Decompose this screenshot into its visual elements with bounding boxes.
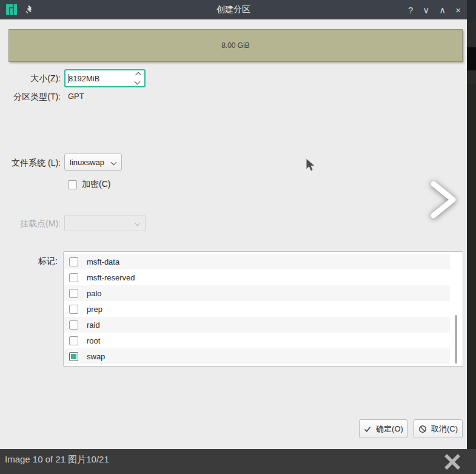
pin-icon[interactable]: [24, 5, 33, 15]
flag-checkbox[interactable]: [69, 257, 78, 266]
flag-checkbox[interactable]: [69, 273, 78, 282]
list-item[interactable]: swap: [64, 348, 450, 364]
ok-button-label: 确定(O): [376, 424, 403, 435]
desktop-edge: [467, 0, 476, 19]
flag-checkbox[interactable]: [69, 320, 78, 330]
viewer-status-bar: Image 10 of 21 图片10/21: [0, 449, 476, 474]
filesystem-value: linuxswap: [70, 158, 104, 167]
desktop-edge: [467, 84, 476, 449]
flag-checkbox[interactable]: [69, 305, 78, 314]
create-partition-dialog: 8.00 GiB 大小(Z): 8192MiB 分区类型(T): GPT 文件系…: [0, 19, 467, 449]
size-spinbox[interactable]: 8192MiB: [64, 69, 146, 87]
flag-label: palo: [87, 289, 102, 298]
screen: 创建分区 ? ∨ ∧ ×: [0, 0, 476, 474]
cancel-button-label: 取消(C): [431, 424, 458, 435]
encrypt-checkbox-row[interactable]: 加密(C): [68, 179, 110, 190]
spin-down-icon[interactable]: [135, 79, 141, 85]
viewer-status-text: Image 10 of 21 图片10/21: [5, 454, 109, 466]
chevron-up-button[interactable]: ∧: [439, 5, 446, 15]
flags-label: 标记:: [0, 256, 58, 267]
scrollbar-thumb[interactable]: [455, 315, 457, 364]
chevron-down-icon: [111, 159, 117, 165]
partition-size-bar[interactable]: 8.00 GiB: [8, 29, 463, 62]
list-item[interactable]: palo: [64, 285, 450, 301]
encrypt-checkbox[interactable]: [68, 180, 77, 189]
help-button[interactable]: ?: [408, 5, 413, 15]
chevron-down-icon: [135, 220, 141, 226]
desktop-edge: [467, 19, 476, 47]
flag-label: raid: [87, 320, 100, 330]
spin-up-icon[interactable]: [135, 72, 141, 78]
close-icon: [441, 451, 463, 473]
flag-label: swap: [87, 352, 105, 361]
window-title: 创建分区: [0, 4, 467, 15]
partition-type-value: GPT: [68, 92, 84, 101]
partition-type-label: 分区类型(T):: [0, 92, 61, 103]
flag-checkbox[interactable]: [69, 289, 78, 298]
size-value: 8192MiB: [69, 74, 135, 83]
flag-label: msft-data: [87, 257, 119, 266]
spinbox-arrows[interactable]: [135, 73, 139, 84]
flag-checkbox[interactable]: [69, 352, 78, 361]
list-item[interactable]: raid: [64, 317, 450, 333]
filesystem-combobox[interactable]: linuxswap: [64, 154, 122, 171]
next-image-arrow[interactable]: [426, 178, 460, 222]
size-label: 大小(Z):: [0, 73, 61, 84]
mouse-cursor: [305, 158, 318, 176]
manjaro-logo-icon: [6, 4, 17, 15]
mount-point-label: 挂载点(M):: [0, 218, 61, 229]
filesystem-label: 文件系统 (L):: [0, 158, 61, 169]
list-item[interactable]: msft-reserved: [64, 269, 450, 285]
desktop-edge: [467, 47, 476, 70]
flag-label: root: [87, 336, 100, 345]
flags-list: msft-datamsft-reservedpaloprepraidrootsw…: [64, 254, 462, 364]
mount-point-combobox: [64, 215, 146, 231]
window-titlebar: 创建分区 ? ∨ ∧ ×: [0, 0, 467, 19]
encrypt-label: 加密(C): [82, 179, 110, 190]
flags-listbox[interactable]: msft-datamsft-reservedpaloprepraidrootsw…: [63, 251, 463, 367]
cancel-button[interactable]: 取消(C): [414, 419, 463, 438]
window-close-button[interactable]: ×: [455, 5, 461, 15]
desktop-edge: [467, 70, 476, 84]
ok-button[interactable]: 确定(O): [359, 419, 407, 438]
flag-label: prep: [87, 305, 102, 314]
flag-checkbox[interactable]: [69, 336, 78, 345]
flag-label: msft-reserved: [87, 273, 135, 282]
list-item[interactable]: msft-data: [64, 254, 450, 269]
list-item[interactable]: root: [64, 333, 450, 348]
list-item[interactable]: prep: [64, 301, 450, 317]
cancel-icon: [418, 425, 427, 433]
partition-size-label: 8.00 GiB: [221, 41, 250, 50]
viewer-close-button[interactable]: [441, 451, 463, 474]
check-icon: [363, 425, 372, 433]
chevron-down-button[interactable]: ∨: [423, 5, 429, 15]
